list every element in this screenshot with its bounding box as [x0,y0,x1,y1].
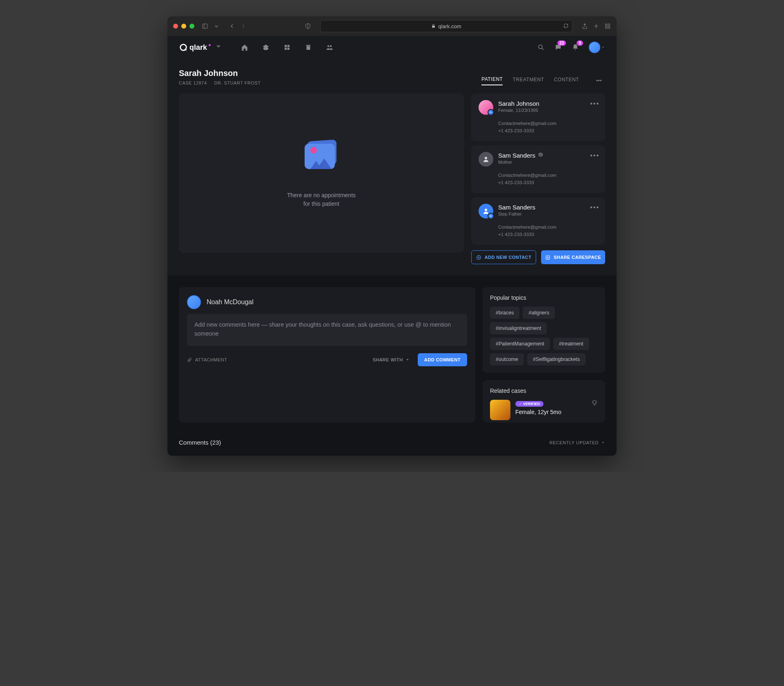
verified-icon [538,152,543,159]
contact-name: Sam Sanders [498,152,535,159]
popular-topics-panel: Popular topics #braces #aligners #invisa… [483,287,605,373]
back-icon[interactable] [229,23,235,29]
card-menu-icon[interactable]: ••• [590,152,599,159]
user-menu[interactable] [589,42,605,53]
tab-patient[interactable]: PATIENT [481,76,503,85]
browser-chrome: qlark.com [167,16,617,36]
card-menu-icon[interactable]: ••• [590,204,599,211]
nav-home-icon[interactable] [241,44,248,51]
chevron-down-icon[interactable] [214,42,223,53]
comment-textarea[interactable]: Add new comments here — share your thoug… [187,314,467,346]
comments-count: Comments (23) [179,439,221,446]
topic-tag[interactable]: #invisaligntreatment [490,322,547,334]
svg-point-14 [327,45,330,47]
tabs-overview-icon[interactable] [604,23,611,29]
related-title: Related cases [490,388,598,394]
more-options-icon[interactable]: ••• [593,76,605,85]
nav-people-icon[interactable] [326,44,333,51]
user-avatar [589,42,600,53]
window-zoom[interactable] [189,24,194,29]
contact-card: ••• Sarah Johnson Female, 11/23/1995 Con… [471,94,605,141]
attachment-button[interactable]: ATTACHMENT [187,357,227,362]
related-case-title: Female, 12yr 5mo [515,409,586,415]
messages-icon[interactable]: 23 [555,44,562,51]
add-comment-button[interactable]: ADD COMMENT [418,353,467,366]
empty-text-2: for this patient [303,200,339,207]
appointments-panel: There are no appointments for this patie… [179,94,464,253]
contact-card: ••• Sam Sanders Mother Contactmehere@gm [471,145,605,193]
compose-author: Noah McDougal [207,298,254,306]
contact-phone: +1 423-233-3333 [498,231,598,238]
notifications-icon[interactable]: 9 [572,44,579,51]
topic-tag[interactable]: #treatment [553,338,589,350]
sort-dropdown[interactable]: RECENTLY UPDATED [550,440,605,445]
svg-rect-3 [606,24,607,26]
svg-rect-10 [285,48,287,50]
svg-rect-12 [306,45,311,46]
svg-point-15 [330,45,332,47]
svg-rect-9 [287,45,290,47]
topic-tag[interactable]: #outcome [490,353,524,365]
svg-rect-6 [608,27,610,28]
search-icon[interactable] [537,44,545,51]
url-bar[interactable]: qlark.com [320,20,572,32]
share-carespace-button[interactable]: SHARE CARESPACE [541,250,605,264]
lock-icon [431,23,436,29]
nav-education-icon[interactable] [262,44,270,51]
new-tab-icon[interactable] [593,23,599,29]
chevron-down-icon[interactable] [213,23,220,29]
audio-badge-icon [488,109,494,116]
shield-icon[interactable] [305,23,311,29]
logo-text: qlark [189,43,207,52]
topic-tag[interactable]: #PatientManagement [490,338,550,350]
contact-email: Contactmehere@gmail.com [498,172,598,179]
contact-sub: Female, 11/23/1995 [498,108,539,113]
contact-sub: Mother [498,160,543,165]
add-contact-button[interactable]: ADD NEW CONTACT [471,250,536,264]
window-close[interactable] [173,24,178,29]
chevron-down-icon [601,44,605,51]
messages-badge: 23 [557,40,566,46]
tab-treatment[interactable]: TREATMENT [512,77,544,85]
lightbulb-icon[interactable] [591,400,598,408]
topic-tag[interactable]: #braces [490,307,519,319]
doctor-name: DR. STUART FROST [214,80,261,85]
card-menu-icon[interactable]: ••• [590,100,599,107]
share-carespace-label: SHARE CARESPACE [554,255,601,260]
topic-tag[interactable]: #Selfligatingbrackets [527,353,586,365]
svg-point-16 [539,45,542,49]
forward-icon[interactable] [240,23,247,29]
share-with-dropdown[interactable]: SHARE WITH [373,357,410,362]
svg-rect-13 [307,46,310,50]
topic-tag[interactable]: #aligners [523,307,555,319]
svg-rect-5 [606,27,607,28]
svg-point-17 [485,157,487,159]
attachment-label: ATTACHMENT [195,357,227,362]
svg-rect-2 [432,26,435,28]
related-cases-panel: Related cases VERIFIED Female, 12yr 5mo [483,380,605,423]
contact-phone: +1 423-233-3333 [498,179,598,186]
patient-header: Sarah Johnson CASE 12874 DR. STUART FROS… [167,59,617,89]
empty-text-1: There are no appointments [287,192,356,198]
window-minimize[interactable] [181,24,186,29]
patient-name: Sarah Johnson [179,69,261,78]
contact-email: Contactmehere@gmail.com [498,223,598,231]
app-logo[interactable]: qlark [179,42,223,53]
contact-email: Contactmehere@gmail.com [498,120,598,127]
contact-name: Sarah Johnson [498,100,539,107]
related-case-card[interactable]: VERIFIED Female, 12yr 5mo [490,400,598,420]
logo-accent-dot [209,44,211,46]
tab-content[interactable]: CONTENT [554,77,579,85]
nav-archive-icon[interactable] [305,44,312,51]
case-thumbnail [490,400,510,420]
contact-phone: +1 423-233-3333 [498,127,598,134]
share-icon[interactable] [581,23,588,29]
sidebar-toggle-icon[interactable] [202,23,208,29]
notifications-badge: 9 [577,40,583,46]
svg-point-18 [485,209,487,211]
refresh-icon[interactable] [563,23,569,30]
nav-grid-icon[interactable] [283,44,291,51]
verified-pill: VERIFIED [515,401,543,407]
add-contact-label: ADD NEW CONTACT [485,255,532,260]
comments-section-header: Comments (23) RECENTLY UPDATED [167,434,617,456]
